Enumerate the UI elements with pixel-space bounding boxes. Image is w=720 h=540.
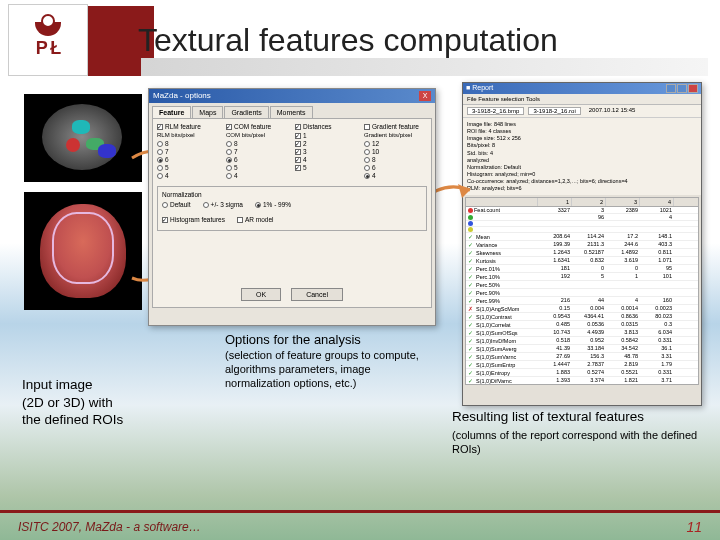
- svg-marker-2: [458, 184, 470, 198]
- report-title-text: ■ Report: [466, 84, 493, 93]
- logo-boat-icon: [35, 22, 61, 36]
- table-row: ✓Perc.99%216444160: [466, 297, 698, 305]
- options-dialog: MaZda - options X Feature Maps Gradients…: [148, 88, 436, 326]
- table-row: ✓S(1,0)InvDfMom0.5180.9520.58420.331: [466, 337, 698, 345]
- ok-button[interactable]: OK: [241, 288, 281, 301]
- table-row: ✓S(1,0)Contrast0.95434364.410.863680.023: [466, 313, 698, 321]
- table-row: ✓S(1,0)DifVarnc1.3933.3741.8213.71: [466, 377, 698, 385]
- report-menu[interactable]: File Feature selection Tools: [463, 94, 701, 105]
- normalization-group: Normalization Default +/- 3 sigma 1% - 9…: [157, 186, 427, 231]
- table-row: ✓S(1,0)SumVarnc27.69156.348.783.31: [466, 353, 698, 361]
- report-table: 1 2 3 4 Feat.count3327323891021964✓Mean2…: [465, 197, 699, 385]
- dialog-tabs: Feature Maps Gradients Moments: [149, 103, 435, 118]
- histogram-checkbox[interactable]: Histogram features: [162, 216, 225, 223]
- caption-options-sub: (selection of feature groups to compute,…: [225, 349, 425, 390]
- input-images-group: [24, 94, 144, 310]
- report-filebar: 3-1918-2_16.bmp 3-1918-2_16.roi 2007.10.…: [463, 105, 701, 118]
- norm-opt-sigma[interactable]: +/- 3 sigma: [203, 201, 243, 208]
- norm-opt-default[interactable]: Default: [162, 201, 191, 208]
- norm-opt-pct[interactable]: 1% - 99%: [255, 201, 291, 208]
- maximize-icon[interactable]: [677, 84, 687, 93]
- caption-options: Options for the analysis (selection of f…: [225, 332, 425, 390]
- table-row: ✓S(1,0)SumEntrp1.44472.78372.8191.79: [466, 361, 698, 369]
- table-row: ✓Skewness1.26430.521871.48920.811: [466, 249, 698, 257]
- table-row: ✓S(1,0)Correlat0.4850.05360.03150.3: [466, 321, 698, 329]
- footer-left: ISITC 2007, MaZda - a software…: [18, 520, 201, 534]
- table-row: ✓Variance199.392131.3244.6403.3: [466, 241, 698, 249]
- title-bg-stripe: [78, 58, 708, 76]
- table-row: ✓Mean208.64114.2417.2148.1: [466, 233, 698, 241]
- table-row: ✓Perc.01%1810095: [466, 265, 698, 273]
- caption-options-title: Options for the analysis: [225, 332, 425, 347]
- dialog-title-text: MaZda - options: [153, 91, 211, 101]
- mri-brain-image: [24, 192, 142, 310]
- slide-footer: ISITC 2007, MaZda - a software… 11: [0, 510, 720, 540]
- table-row: ✓S(1,0)SumOfSqs10.7434.49393.8136.034: [466, 329, 698, 337]
- report-window: ■ Report File Feature selection Tools 3-…: [462, 82, 702, 406]
- minimize-icon[interactable]: [666, 84, 676, 93]
- col-3: 3: [606, 198, 640, 206]
- title-bar: Textural features computation: [78, 6, 720, 74]
- report-file-roi: 3-1918-2_16.roi: [528, 107, 580, 115]
- slide-number: 11: [686, 519, 702, 535]
- report-timestamp: 2007.10.12 15:45: [585, 107, 640, 115]
- tab-maps[interactable]: Maps: [192, 106, 223, 118]
- cancel-button[interactable]: Cancel: [291, 288, 343, 301]
- close-icon[interactable]: [688, 84, 698, 93]
- tab-moments[interactable]: Moments: [270, 106, 313, 118]
- col-1: 1: [538, 198, 572, 206]
- table-row: ✓Perc.90%: [466, 289, 698, 297]
- table-row: ✓S(1,0)SumAverg41.3933.18434.54236.1: [466, 345, 698, 353]
- caption-result-title: Resulting list of textural features: [452, 408, 702, 426]
- table-row: ✓Kurtosis1.63410.8323.6191.071: [466, 257, 698, 265]
- col-4: 4: [640, 198, 674, 206]
- report-info-block: Image file: 848 linesROI file: 4 classes…: [463, 118, 701, 195]
- report-table-header: 1 2 3 4: [466, 198, 698, 207]
- slide-header: P Ł Textural features computation: [0, 0, 720, 80]
- table-row: ✓S(1,0)Entropy1.8830.52740.55210.331: [466, 369, 698, 377]
- logo-letters: P Ł: [36, 38, 61, 59]
- close-icon[interactable]: X: [419, 91, 431, 101]
- tab-feature[interactable]: Feature: [152, 106, 191, 118]
- caption-result: Resulting list of textural features (col…: [452, 408, 702, 456]
- table-row: Feat.count3327323891021: [466, 207, 698, 214]
- ar-model-checkbox[interactable]: AR model: [237, 216, 274, 223]
- table-row: ✗S(1,0)AngScMom0.150.0040.00140.0023: [466, 305, 698, 313]
- caption-result-sub: (columns of the report correspond with t…: [452, 428, 702, 457]
- university-logo: P Ł: [8, 4, 88, 76]
- slide-title: Textural features computation: [138, 22, 558, 59]
- tab-gradients[interactable]: Gradients: [224, 106, 268, 118]
- dialog-body: RLM featureRLM bits/pixel87654COM featur…: [152, 118, 432, 308]
- dialog-titlebar: MaZda - options X: [149, 89, 435, 103]
- table-row: 964: [466, 214, 698, 221]
- mri-abdomen-image: [24, 94, 142, 182]
- table-row: ✓Perc.10%19251101: [466, 273, 698, 281]
- report-titlebar: ■ Report: [463, 83, 701, 94]
- normalization-label: Normalization: [162, 191, 422, 198]
- table-row: ✓Perc.50%: [466, 281, 698, 289]
- caption-input-image: Input image(2D or 3D) withthe defined RO…: [22, 376, 172, 429]
- report-file-bmp: 3-1918-2_16.bmp: [467, 107, 524, 115]
- col-2: 2: [572, 198, 606, 206]
- slide-content: MaZda - options X Feature Maps Gradients…: [0, 80, 720, 500]
